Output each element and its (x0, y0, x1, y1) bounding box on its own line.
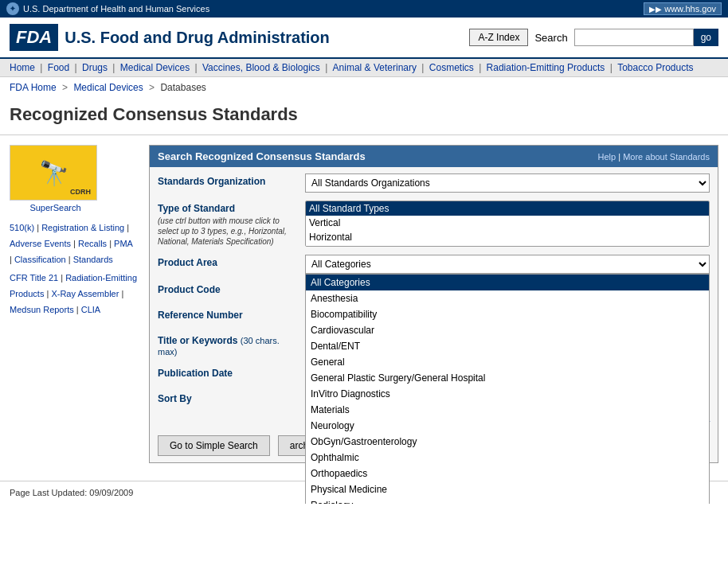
search-panel: Search Recognized Consensus Standards He… (149, 145, 718, 463)
fda-header: FDA U.S. Food and Drug Administration A-… (0, 18, 728, 59)
sublinks-area: 510(k) | Registration & Listing | Advers… (10, 220, 137, 318)
dd-obgyn[interactable]: ObGyn/Gastroenterology (306, 434, 709, 450)
fda-badge: FDA (10, 24, 58, 51)
type-of-standard-row: Type of Standard (use ctrl button with m… (158, 201, 710, 247)
hhs-website-box[interactable]: ▶▶ www.hhs.gov (644, 2, 722, 15)
help-link[interactable]: Help (598, 152, 616, 162)
sublinks-row2: CFR Title 21 | Radiation-Emitting Produc… (10, 271, 137, 318)
hhs-bar-left: ✦ U.S. Department of Health and Human Se… (6, 2, 209, 15)
product-code-label: Product Code (158, 282, 297, 295)
title-keywords-label: Title or Keywords (30 chars. max) (158, 333, 297, 357)
type-of-standard-listbox[interactable]: All Standard Types Vertical Horizontal N… (305, 201, 710, 247)
fda-logo-area: FDA U.S. Food and Drug Administration (10, 24, 330, 51)
breadcrumb-fda-home[interactable]: FDA Home (10, 82, 57, 93)
link-classification[interactable]: Classification (14, 255, 66, 264)
product-area-label: Product Area (158, 255, 297, 268)
dd-anesthesia[interactable]: Anesthesia (306, 290, 709, 306)
link-recalls[interactable]: Recalls (78, 239, 107, 248)
breadcrumb-medical-devices[interactable]: Medical Devices (73, 82, 143, 93)
dd-ophthalmic[interactable]: Ophthalmic (306, 450, 709, 466)
footer-text: Page Last Updated: 09/09/2009 (10, 488, 133, 497)
dd-physical-medicine[interactable]: Physical Medicine (306, 481, 709, 497)
search-label: Search (534, 32, 567, 44)
fda-title: U.S. Food and Drug Administration (65, 29, 330, 47)
link-cfr[interactable]: CFR Title 21 (10, 273, 58, 283)
link-medsun[interactable]: Medsun Reports (10, 305, 74, 314)
standards-org-label: Standards Organization (158, 173, 297, 187)
nav-food[interactable]: Food (48, 62, 69, 73)
supersearch-label: SuperSearch (10, 203, 101, 212)
hhs-website: www.hhs.gov (664, 4, 716, 14)
nav-medical-devices[interactable]: Medical Devices (120, 62, 190, 73)
hhs-title: U.S. Department of Health and Human Serv… (23, 4, 209, 14)
hhs-arrow-icon: ▶▶ (649, 5, 662, 14)
binoculars-icon: 🔭 (39, 159, 68, 187)
standards-org-row: Standards Organization All Standards Org… (158, 173, 710, 193)
type-of-standard-sublabel: (use ctrl button with mouse click to sel… (158, 216, 297, 247)
hhs-logo-icon: ✦ (6, 2, 19, 15)
main-content: 🔭 CDRH SuperSearch 510(k) | Registration… (0, 135, 728, 473)
product-area-control: All Categories All Categories Anesthesia… (305, 255, 710, 274)
nav-bar: Home | Food | Drugs | Medical Devices | … (0, 59, 728, 77)
supersearch-box: 🔭 CDRH SuperSearch (10, 145, 101, 212)
search-panel-title: Search Recognized Consensus Standards (158, 150, 366, 162)
go-button[interactable]: go (694, 29, 718, 46)
search-panel-header: Search Recognized Consensus Standards He… (150, 146, 718, 167)
dd-invitro[interactable]: InVitro Diagnostics (306, 386, 709, 402)
dd-materials[interactable]: Materials (306, 402, 709, 418)
standards-org-select[interactable]: All Standards Organizations (305, 173, 710, 193)
dd-orthopaedics[interactable]: Orthopaedics (306, 466, 709, 481)
more-about-standards-link[interactable]: More about Standards (623, 152, 710, 162)
link-adverse[interactable]: Adverse Events (10, 239, 71, 248)
publication-date-label: Publication Date (158, 365, 297, 379)
product-area-dropdown[interactable]: All Categories Anesthesia Biocompatibili… (305, 274, 710, 504)
link-xray[interactable]: X-Ray Assembler (51, 289, 119, 298)
type-of-standard-control: All Standard Types Vertical Horizontal N… (305, 201, 710, 247)
sort-by-label: Sort By (158, 391, 297, 404)
type-option-vertical: Vertical (306, 216, 709, 230)
search-panel-help-area: Help | More about Standards (598, 152, 710, 162)
standards-org-control: All Standards Organizations (305, 173, 710, 193)
type-option-national: National (306, 244, 709, 247)
header-search-input[interactable] (574, 29, 694, 46)
supersearch-image: 🔭 CDRH (10, 145, 97, 201)
link-pma[interactable]: PMA (114, 239, 132, 248)
dd-neurology[interactable]: Neurology (306, 418, 709, 434)
dd-biocompatibility[interactable]: Biocompatibility (306, 306, 709, 322)
link-standards[interactable]: Standards (73, 255, 113, 264)
hhs-bar: ✦ U.S. Department of Health and Human Se… (0, 0, 728, 18)
nav-home[interactable]: Home (10, 62, 35, 73)
page-title: Recognized Consensus Standards (0, 98, 728, 135)
breadcrumb: FDA Home > Medical Devices > Databases (0, 77, 728, 98)
sublinks-row1: 510(k) | Registration & Listing | Advers… (10, 220, 137, 267)
type-option-all: All Standard Types (306, 201, 709, 216)
search-form: Standards Organization All Standards Org… (150, 167, 718, 462)
left-panel: 🔭 CDRH SuperSearch 510(k) | Registration… (10, 145, 137, 463)
fda-search-area: A-Z Index Search go (469, 29, 718, 46)
link-clia[interactable]: CLIA (81, 305, 100, 314)
az-index-button[interactable]: A-Z Index (469, 29, 528, 46)
nav-animal[interactable]: Animal & Veterinary (333, 62, 417, 73)
link-510k[interactable]: 510(k) (10, 223, 34, 232)
dd-dental-ent[interactable]: Dental/ENT (306, 338, 709, 354)
type-of-standard-label: Type of Standard (use ctrl button with m… (158, 201, 297, 247)
nav-vaccines[interactable]: Vaccines, Blood & Biologics (202, 62, 320, 73)
reference-number-label: Reference Number (158, 307, 297, 321)
dd-cardiovascular[interactable]: Cardiovascular (306, 322, 709, 338)
nav-cosmetics[interactable]: Cosmetics (429, 62, 474, 73)
product-area-row: Product Area All Categories All Categori… (158, 255, 710, 274)
dd-general[interactable]: General (306, 354, 709, 370)
breadcrumb-databases: Databases (160, 82, 205, 93)
dd-radiology[interactable]: Radiology (306, 497, 709, 504)
product-area-select[interactable]: All Categories (305, 255, 710, 274)
type-option-horizontal: Horizontal (306, 230, 709, 244)
cdrh-label: CDRH (68, 187, 93, 197)
nav-tobacco[interactable]: Tobacco Products (617, 62, 693, 73)
dd-general-plastic[interactable]: General Plastic Surgery/General Hospital (306, 370, 709, 386)
link-reg-listing[interactable]: Registration & Listing (41, 223, 124, 232)
nav-drugs[interactable]: Drugs (82, 62, 108, 73)
dd-all-categories[interactable]: All Categories (306, 275, 709, 290)
nav-radiation[interactable]: Radiation-Emitting Products (487, 62, 605, 73)
simple-search-button[interactable]: Go to Simple Search (158, 435, 270, 456)
search-box-wrap: go (574, 29, 718, 46)
